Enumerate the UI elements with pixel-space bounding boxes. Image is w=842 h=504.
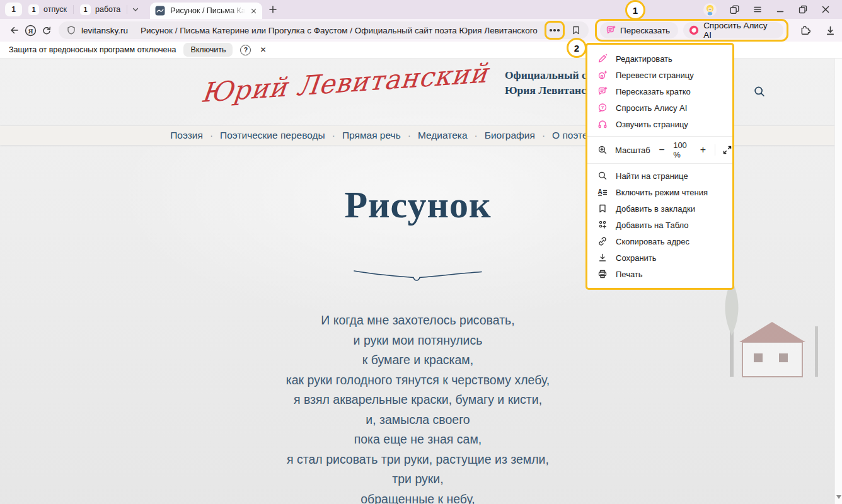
extensions-icon[interactable] [800,25,811,36]
help-icon[interactable]: ? [240,45,251,55]
menu-item-add-bookmark[interactable]: Добавить в закладки [587,200,732,217]
address-bar[interactable]: levitansky.ru Рисунок / Письма Катерине … [59,21,589,39]
site-security-shield-icon[interactable] [66,25,76,35]
tab-group-label: отпуск [43,5,67,14]
add-bookmark-icon[interactable] [571,25,581,35]
window-restore-icon[interactable] [798,4,808,14]
edit-pencil-icon [597,54,608,64]
divider [715,144,715,156]
menu-item-summarize-briefly[interactable]: Пересказать кратко [587,83,732,100]
page-actions-more-button[interactable] [545,21,565,40]
enable-protection-button[interactable]: Включить [183,43,233,57]
ask-alice-label: Спросить Алису AI [703,21,775,40]
plus-icon [268,4,278,14]
warning-text: Защита от вредоносных программ отключена [9,45,176,54]
tab-group-count: 1 [28,4,39,15]
zoom-level-value: 100 % [673,140,691,159]
menu-item-edit[interactable]: Редактировать [587,50,732,67]
page-scrollbar[interactable] [834,59,842,504]
poem-line: обращенные к небу, [0,490,836,504]
menu-zoom-row: Масштаб − 100 % + [587,140,732,159]
menu-separator [587,163,732,164]
warning-close-icon[interactable]: ✕ [260,45,266,54]
menu-item-ask-alice[interactable]: ? Спросить Алису AI [587,100,732,116]
zoom-in-button[interactable]: + [699,144,707,156]
scroll-down-arrow-icon[interactable] [836,495,841,499]
tab-group-otpusk[interactable]: 1 отпуск [22,3,73,16]
ask-alice-chat-icon: ? [597,103,608,113]
menu-item-find-on-page[interactable]: Найти на странице [587,168,732,184]
downloads-icon[interactable] [825,25,836,36]
url-host[interactable]: levitansky.ru [81,26,128,35]
yandex-home-button[interactable]: Я [23,22,39,38]
poem-line: я стал рисовать три руки, растущие из зе… [0,450,836,470]
ai-buttons-highlight-group: Пересказать Спросить Алису AI [595,19,788,42]
reader-mode-icon: A [597,187,608,197]
nav-item-poeziya[interactable]: Поэзия [170,130,203,141]
menu-item-copy-address[interactable]: Скопировать адрес [587,233,732,249]
pinned-tab-chip[interactable]: 1 [5,3,22,16]
headphones-icon [597,119,608,129]
summarize-button[interactable]: Пересказать [600,22,678,38]
site-search-button[interactable] [753,85,766,101]
active-tab-title: Рисунок / Письма Кате [170,6,245,15]
active-tab[interactable]: Рисунок / Письма Кате [150,3,262,19]
tab-group-label: работа [95,5,120,14]
svg-text:Я: Я [28,26,33,34]
back-arrow-icon [9,25,20,35]
svg-text:а: а [601,73,604,79]
tablo-grid-icon [597,220,608,230]
summarize-chat-icon [606,25,616,35]
more-dots-icon [550,29,560,32]
nav-item-biografiya[interactable]: Биография [485,130,535,141]
window-minimize-icon[interactable] [775,4,785,14]
zoom-icon [597,145,608,155]
profile-avatar[interactable] [703,3,717,16]
copy-link-icon [597,236,608,246]
window-close-icon[interactable] [821,4,831,14]
summarize-chat-icon [597,86,608,96]
menu-separator [587,136,732,137]
zoom-out-button[interactable]: − [658,144,666,156]
new-tab-button[interactable] [265,1,281,18]
tab-groups-dropdown-button[interactable] [127,3,144,16]
poem-line: как руки голодного тянутся к черствому х… [0,370,836,391]
menu-item-translate-page[interactable]: а Перевести страницу [587,67,732,83]
refresh-button[interactable] [38,22,55,38]
callout-annotation-1: 1 [625,0,645,20]
translate-icon: а [597,70,608,80]
poem-text: И когда мне захотелось рисовать, и руки … [0,311,836,504]
svg-text:?: ? [601,105,604,110]
save-download-icon [597,253,608,263]
tab-close-icon[interactable] [250,8,257,14]
browser-menu-icon[interactable] [753,4,763,14]
fullscreen-icon[interactable] [722,145,732,155]
back-button[interactable] [6,22,23,38]
bookmark-icon [597,203,608,214]
poem-line: к бумаге и краскам, [0,350,836,370]
summarize-label: Пересказать [620,26,670,35]
site-logo-signature[interactable]: Юрий Левитанский [200,59,490,108]
menu-item-add-to-tablo[interactable]: Добавить на Табло [587,217,732,233]
tab-group-rabota[interactable]: 1 работа [74,3,127,16]
nav-item-perevody[interactable]: Поэтические переводы [220,130,325,141]
site-favicon [155,6,165,16]
ask-alice-button[interactable]: Спросить Алису AI [683,22,783,38]
nav-item-o-poete[interactable]: О поэте [552,130,588,141]
side-panels-icon[interactable] [729,4,740,15]
menu-item-print[interactable]: Печать [587,266,732,282]
find-icon [597,171,608,181]
nav-item-mediateka[interactable]: Медиатека [418,130,468,141]
yandex-icon: Я [25,25,37,37]
refresh-icon [42,25,52,35]
chevron-down-icon [130,4,141,14]
search-icon [753,85,766,99]
browser-toolbar: Я levitansky.ru Рисунок / Письма Катерин… [0,19,842,42]
alice-logo-icon [689,25,699,35]
menu-item-read-aloud[interactable]: Озвучить страницу [587,116,732,132]
menu-item-save[interactable]: Сохранить [587,249,732,266]
nav-item-pryamaya-rech[interactable]: Прямая речь [342,130,401,141]
poem-line: три руки, [0,469,836,490]
menu-item-reader-mode[interactable]: A Включить режим чтения [587,184,732,200]
poem-line: я взял акварельные краски, бумагу и кист… [0,390,836,410]
